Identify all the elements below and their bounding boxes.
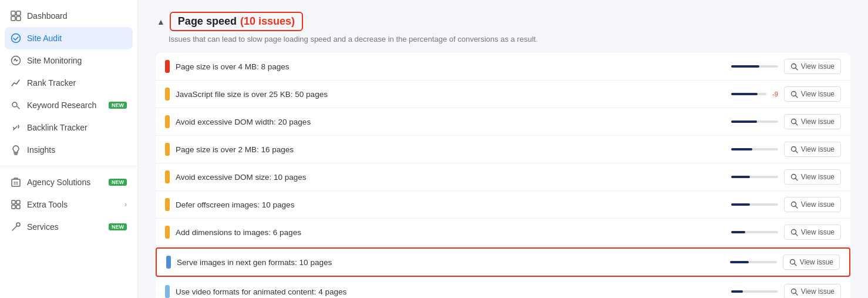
issue-text: Avoid excessive DOM size: 10 pages xyxy=(176,173,725,182)
severity-indicator xyxy=(165,143,170,156)
grid-icon xyxy=(11,11,21,21)
collapse-button[interactable]: ▲ xyxy=(156,16,166,28)
tools-icon xyxy=(11,199,21,210)
issue-bar-container xyxy=(731,203,778,206)
sidebar-label-services: Services xyxy=(27,222,103,232)
main-content: ▲ Page speed (10 issues) Issues that can… xyxy=(138,0,868,298)
view-issue-button[interactable]: View issue xyxy=(783,255,840,270)
sidebar-label-agency-solutions: Agency Solutions xyxy=(27,178,103,187)
issue-row: Avoid excessive DOM width: 20 pages View… xyxy=(156,108,850,136)
severity-indicator xyxy=(165,226,170,239)
severity-indicator xyxy=(165,285,170,298)
chart-icon xyxy=(11,78,21,88)
severity-indicator xyxy=(165,88,170,101)
sidebar-item-backlink-tracker[interactable]: Backlink Tracker xyxy=(0,116,137,139)
svg-rect-8 xyxy=(12,200,15,204)
issue-bar-container xyxy=(731,65,778,68)
view-issue-button[interactable]: View issue xyxy=(784,142,841,157)
issue-text: Page size is over 2 MB: 16 pages xyxy=(176,145,725,154)
sidebar-item-agency-solutions[interactable]: Agency Solutions NEW xyxy=(0,171,137,193)
svg-line-20 xyxy=(795,150,798,153)
sidebar-label-site-monitoring: Site Monitoring xyxy=(27,56,127,65)
sidebar-item-site-audit[interactable]: Site Audit xyxy=(5,27,133,49)
keyword-research-badge: NEW xyxy=(109,102,127,109)
severity-indicator xyxy=(165,198,170,211)
svg-line-26 xyxy=(795,233,798,236)
view-issue-button[interactable]: View issue xyxy=(784,225,841,240)
issue-row: Page size is over 2 MB: 16 pages View is… xyxy=(156,136,850,163)
agency-solutions-badge: NEW xyxy=(109,179,127,186)
view-issue-button[interactable]: View issue xyxy=(784,169,841,185)
sidebar-label-site-audit: Site Audit xyxy=(27,34,127,43)
issues-count: (10 issues) xyxy=(240,15,295,28)
sidebar-label-dashboard: Dashboard xyxy=(27,11,127,21)
svg-rect-3 xyxy=(16,16,21,21)
issue-bar-container xyxy=(730,261,777,263)
sidebar-item-extra-tools[interactable]: Extra Tools › xyxy=(0,193,137,216)
sidebar: Dashboard Site Audit Site Monitoring Ran… xyxy=(0,0,138,298)
svg-rect-9 xyxy=(16,200,20,204)
view-issue-button[interactable]: View issue xyxy=(784,284,841,298)
severity-indicator xyxy=(165,60,170,73)
svg-rect-7 xyxy=(12,179,20,186)
building-icon xyxy=(11,177,21,187)
key-icon xyxy=(11,100,21,111)
svg-point-4 xyxy=(12,34,21,43)
monitor-icon xyxy=(11,55,21,66)
svg-rect-11 xyxy=(16,205,20,209)
section-description: Issues that can lead to slow page loadin… xyxy=(169,35,850,43)
issue-bar-container xyxy=(731,120,778,123)
svg-line-16 xyxy=(795,95,798,98)
issue-text: JavaScript file size is over 25 KB: 50 p… xyxy=(176,90,725,99)
section-title: Page speed xyxy=(178,15,237,28)
sidebar-item-insights[interactable]: Insights xyxy=(0,139,137,161)
view-issue-button[interactable]: View issue xyxy=(784,86,841,102)
issue-row: Use video formats for animated content: … xyxy=(156,278,850,298)
issue-row: Avoid excessive DOM size: 10 pages View … xyxy=(156,163,850,191)
severity-indicator xyxy=(165,115,170,128)
issue-bar-container xyxy=(731,176,778,178)
svg-point-12 xyxy=(16,223,20,226)
sidebar-item-rank-tracker[interactable]: Rank Tracker xyxy=(0,72,137,94)
sidebar-label-insights: Insights xyxy=(27,145,127,155)
sidebar-label-backlink-tracker: Backlink Tracker xyxy=(27,123,127,132)
lightbulb-icon xyxy=(11,145,21,155)
svg-point-6 xyxy=(12,102,17,107)
svg-rect-1 xyxy=(16,11,21,15)
svg-rect-10 xyxy=(12,205,15,209)
sidebar-item-site-monitoring[interactable]: Site Monitoring xyxy=(0,49,137,72)
sidebar-label-extra-tools: Extra Tools xyxy=(27,200,119,209)
svg-line-18 xyxy=(795,123,798,125)
svg-rect-0 xyxy=(11,11,15,15)
sidebar-divider-1 xyxy=(0,166,137,166)
issue-row: Add dimensions to images: 6 pages View i… xyxy=(156,219,850,246)
svg-line-22 xyxy=(795,178,798,180)
view-issue-button[interactable]: View issue xyxy=(784,114,841,129)
issue-row: JavaScript file size is over 25 KB: 50 p… xyxy=(156,81,850,108)
issue-text: Page size is over 4 MB: 8 pages xyxy=(176,62,725,71)
view-issue-button[interactable]: View issue xyxy=(784,197,841,212)
issue-text: Use video formats for animated content: … xyxy=(176,287,725,296)
issue-delta: -9 xyxy=(769,91,778,98)
severity-indicator xyxy=(166,256,171,269)
section-title-wrapper: Page speed (10 issues) xyxy=(170,12,303,31)
wrench-icon xyxy=(11,222,21,232)
issue-row: Serve images in next gen formats: 10 pag… xyxy=(156,247,850,277)
issue-text: Serve images in next gen formats: 10 pag… xyxy=(177,258,724,267)
issue-bar-container xyxy=(731,231,778,233)
issue-row: Page size is over 4 MB: 8 pages View iss… xyxy=(156,53,850,81)
svg-line-14 xyxy=(795,68,798,70)
issues-list: Page size is over 4 MB: 8 pages View iss… xyxy=(156,53,850,298)
svg-line-24 xyxy=(795,206,798,208)
issue-row: Defer offscreen images: 10 pages View is… xyxy=(156,191,850,219)
view-issue-button[interactable]: View issue xyxy=(784,59,841,74)
link-icon xyxy=(11,122,21,133)
svg-line-30 xyxy=(795,293,798,295)
severity-indicator xyxy=(165,170,170,183)
services-badge: NEW xyxy=(109,223,127,230)
sidebar-item-keyword-research[interactable]: Keyword Research NEW xyxy=(0,94,137,116)
section-header: ▲ Page speed (10 issues) xyxy=(156,12,850,31)
sidebar-item-services[interactable]: Services NEW xyxy=(0,216,137,238)
issue-bar-container: -9 xyxy=(731,91,778,98)
sidebar-item-dashboard[interactable]: Dashboard xyxy=(0,5,137,27)
